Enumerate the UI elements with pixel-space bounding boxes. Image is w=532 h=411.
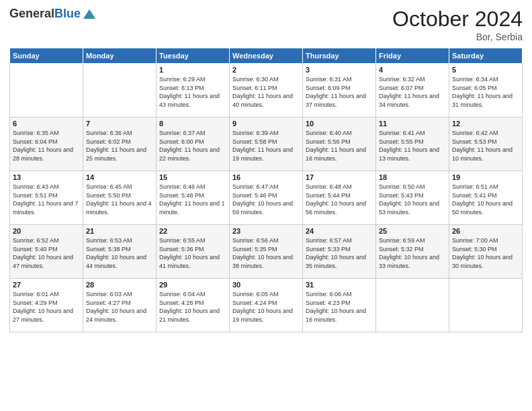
header-row: SundayMondayTuesdayWednesdayThursdayFrid…	[10, 48, 523, 64]
day-info: Sunrise: 6:51 AMSunset: 5:41 PMDaylight:…	[452, 183, 519, 216]
day-number: 18	[379, 173, 446, 181]
day-number: 25	[379, 227, 446, 235]
calendar-cell: 13Sunrise: 6:43 AMSunset: 5:51 PMDayligh…	[10, 171, 83, 225]
logo-general-text: General	[9, 7, 54, 20]
day-number: 10	[306, 120, 373, 128]
day-number: 20	[13, 227, 80, 235]
day-number: 26	[452, 227, 519, 235]
day-number: 13	[13, 173, 80, 181]
calendar-cell	[449, 279, 523, 332]
day-number: 28	[86, 281, 153, 289]
day-of-week-header: Thursday	[303, 48, 376, 64]
calendar-cell: 8Sunrise: 6:37 AMSunset: 6:00 PMDaylight…	[157, 118, 230, 171]
day-info: Sunrise: 6:57 AMSunset: 5:33 PMDaylight:…	[306, 236, 373, 270]
day-info: Sunrise: 6:55 AMSunset: 5:36 PMDaylight:…	[159, 236, 226, 270]
calendar-cell: 14Sunrise: 6:45 AMSunset: 5:50 PMDayligh…	[83, 171, 157, 225]
calendar-table: SundayMondayTuesdayWednesdayThursdayFrid…	[9, 48, 523, 332]
day-info: Sunrise: 6:01 AMSunset: 4:29 PMDaylight:…	[13, 290, 80, 324]
calendar-cell: 15Sunrise: 6:46 AMSunset: 5:48 PMDayligh…	[157, 171, 230, 225]
day-number: 4	[379, 66, 446, 74]
day-info: Sunrise: 7:00 AMSunset: 5:30 PMDaylight:…	[452, 236, 519, 270]
calendar-cell: 11Sunrise: 6:41 AMSunset: 5:55 PMDayligh…	[376, 118, 449, 171]
day-info: Sunrise: 6:59 AMSunset: 5:32 PMDaylight:…	[379, 236, 446, 270]
day-of-week-header: Friday	[376, 48, 449, 64]
day-info: Sunrise: 6:48 AMSunset: 5:44 PMDaylight:…	[306, 183, 373, 216]
calendar-cell	[10, 64, 83, 118]
month-title: October 2024	[392, 7, 523, 32]
calendar-week-row: 1Sunrise: 6:29 AMSunset: 6:13 PMDaylight…	[10, 64, 523, 118]
day-info: Sunrise: 6:42 AMSunset: 5:53 PMDaylight:…	[452, 129, 519, 163]
day-of-week-header: Tuesday	[157, 48, 230, 64]
header: GeneralBlue October 2024 Bor, Serbia	[9, 7, 523, 42]
calendar-cell: 1Sunrise: 6:29 AMSunset: 6:13 PMDaylight…	[157, 64, 230, 118]
calendar-week-row: 20Sunrise: 6:52 AMSunset: 5:40 PMDayligh…	[10, 225, 523, 279]
day-info: Sunrise: 6:52 AMSunset: 5:40 PMDaylight:…	[13, 236, 80, 270]
day-number: 21	[86, 227, 153, 235]
calendar-cell: 7Sunrise: 6:36 AMSunset: 6:02 PMDaylight…	[83, 118, 157, 171]
calendar-cell: 4Sunrise: 6:32 AMSunset: 6:07 PMDaylight…	[376, 64, 449, 118]
calendar-week-row: 27Sunrise: 6:01 AMSunset: 4:29 PMDayligh…	[10, 279, 523, 332]
day-info: Sunrise: 6:37 AMSunset: 6:00 PMDaylight:…	[159, 129, 226, 163]
day-of-week-header: Sunday	[10, 48, 83, 64]
calendar-cell	[376, 279, 449, 332]
day-number: 9	[232, 120, 300, 128]
calendar-cell: 25Sunrise: 6:59 AMSunset: 5:32 PMDayligh…	[376, 225, 449, 279]
day-number: 22	[159, 227, 226, 235]
calendar-cell: 29Sunrise: 6:04 AMSunset: 4:26 PMDayligh…	[157, 279, 230, 332]
day-of-week-header: Wednesday	[230, 48, 303, 64]
day-number: 3	[306, 66, 373, 74]
calendar-cell: 30Sunrise: 6:05 AMSunset: 4:24 PMDayligh…	[230, 279, 303, 332]
day-info: Sunrise: 6:53 AMSunset: 5:38 PMDaylight:…	[86, 236, 153, 270]
title-block: October 2024 Bor, Serbia	[392, 7, 523, 42]
day-number: 5	[452, 66, 519, 74]
day-number: 23	[232, 227, 300, 235]
day-number: 11	[379, 120, 446, 128]
day-info: Sunrise: 6:30 AMSunset: 6:11 PMDaylight:…	[232, 75, 300, 109]
day-number: 16	[232, 173, 300, 181]
page: GeneralBlue October 2024 Bor, Serbia Sun…	[0, 0, 532, 411]
day-number: 6	[13, 120, 80, 128]
day-info: Sunrise: 6:43 AMSunset: 5:51 PMDaylight:…	[13, 183, 80, 216]
day-number: 19	[452, 173, 519, 181]
calendar-cell: 31Sunrise: 6:06 AMSunset: 4:23 PMDayligh…	[303, 279, 376, 332]
logo-icon	[82, 7, 97, 21]
day-number: 7	[86, 120, 153, 128]
day-number: 8	[159, 120, 226, 128]
logo-blue-text: Blue	[54, 7, 81, 20]
calendar-cell: 5Sunrise: 6:34 AMSunset: 6:05 PMDaylight…	[449, 64, 523, 118]
day-info: Sunrise: 6:56 AMSunset: 5:35 PMDaylight:…	[232, 236, 300, 270]
day-number: 24	[306, 227, 373, 235]
calendar-cell: 22Sunrise: 6:55 AMSunset: 5:36 PMDayligh…	[157, 225, 230, 279]
day-info: Sunrise: 6:35 AMSunset: 6:04 PMDaylight:…	[13, 129, 80, 163]
calendar-cell: 27Sunrise: 6:01 AMSunset: 4:29 PMDayligh…	[10, 279, 83, 332]
day-info: Sunrise: 6:31 AMSunset: 6:09 PMDaylight:…	[306, 75, 373, 109]
calendar-week-row: 6Sunrise: 6:35 AMSunset: 6:04 PMDaylight…	[10, 118, 523, 171]
day-of-week-header: Saturday	[449, 48, 523, 64]
day-info: Sunrise: 6:45 AMSunset: 5:50 PMDaylight:…	[86, 183, 153, 216]
calendar-week-row: 13Sunrise: 6:43 AMSunset: 5:51 PMDayligh…	[10, 171, 523, 225]
calendar-cell: 18Sunrise: 6:50 AMSunset: 5:43 PMDayligh…	[376, 171, 449, 225]
day-number: 2	[232, 66, 300, 74]
day-number: 31	[306, 281, 373, 289]
day-info: Sunrise: 6:47 AMSunset: 5:46 PMDaylight:…	[232, 183, 300, 216]
calendar-cell: 6Sunrise: 6:35 AMSunset: 6:04 PMDaylight…	[10, 118, 83, 171]
day-info: Sunrise: 6:04 AMSunset: 4:26 PMDaylight:…	[159, 290, 226, 324]
day-info: Sunrise: 6:50 AMSunset: 5:43 PMDaylight:…	[379, 183, 446, 216]
calendar-cell: 2Sunrise: 6:30 AMSunset: 6:11 PMDaylight…	[230, 64, 303, 118]
calendar-cell: 20Sunrise: 6:52 AMSunset: 5:40 PMDayligh…	[10, 225, 83, 279]
day-number: 1	[159, 66, 226, 74]
location: Bor, Serbia	[392, 32, 523, 42]
day-number: 15	[159, 173, 226, 181]
calendar-cell: 17Sunrise: 6:48 AMSunset: 5:44 PMDayligh…	[303, 171, 376, 225]
day-number: 30	[232, 281, 300, 289]
day-number: 14	[86, 173, 153, 181]
calendar-cell: 9Sunrise: 6:39 AMSunset: 5:58 PMDaylight…	[230, 118, 303, 171]
day-info: Sunrise: 6:46 AMSunset: 5:48 PMDaylight:…	[159, 183, 226, 216]
calendar-cell: 10Sunrise: 6:40 AMSunset: 5:56 PMDayligh…	[303, 118, 376, 171]
day-info: Sunrise: 6:39 AMSunset: 5:58 PMDaylight:…	[232, 129, 300, 163]
day-info: Sunrise: 6:34 AMSunset: 6:05 PMDaylight:…	[452, 75, 519, 109]
calendar-cell: 28Sunrise: 6:03 AMSunset: 4:27 PMDayligh…	[83, 279, 157, 332]
day-number: 27	[13, 281, 80, 289]
calendar-cell: 3Sunrise: 6:31 AMSunset: 6:09 PMDaylight…	[303, 64, 376, 118]
calendar-cell: 24Sunrise: 6:57 AMSunset: 5:33 PMDayligh…	[303, 225, 376, 279]
